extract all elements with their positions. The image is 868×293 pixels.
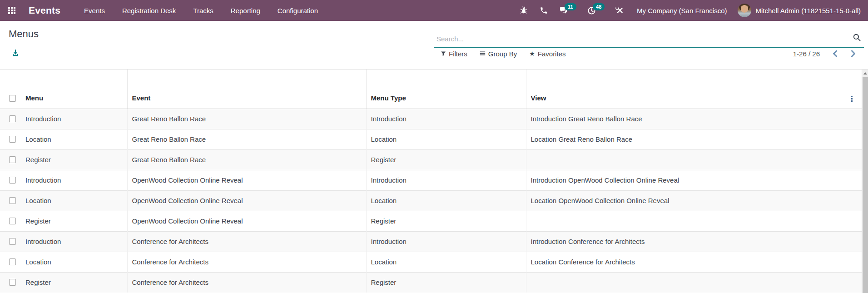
event-cell[interactable]: OpenWood Collection Online Reveal — [127, 170, 366, 190]
menu-type-cell[interactable]: Location — [366, 252, 526, 272]
table-row[interactable]: LocationGreat Reno Ballon RaceLocationLo… — [0, 129, 862, 149]
row-checkbox[interactable] — [9, 279, 16, 286]
search-input[interactable] — [434, 35, 853, 47]
top-navbar: Events EventsRegistration DeskTracksRepo… — [0, 0, 868, 21]
row-end-spacer — [842, 231, 862, 252]
view-cell[interactable]: Introduction Great Reno Ballon Race — [526, 109, 842, 129]
menu-type-cell[interactable]: Introduction — [366, 231, 526, 252]
apps-menu-icon[interactable] — [8, 7, 16, 15]
row-checkbox[interactable] — [9, 136, 16, 143]
scrollbar-thumb[interactable] — [863, 77, 868, 293]
table-row[interactable]: IntroductionConference for ArchitectsInt… — [0, 231, 862, 252]
top-menu-item-registration-desk[interactable]: Registration Desk — [122, 7, 176, 15]
messages-count-badge: 11 — [565, 3, 576, 10]
menu-type-cell[interactable]: Introduction — [366, 109, 526, 129]
activities-count-badge: 48 — [593, 3, 605, 10]
menu-cell[interactable]: Introduction — [21, 170, 127, 190]
messages-icon[interactable]: 11 — [559, 6, 568, 15]
search-icon[interactable] — [853, 33, 864, 47]
column-header-event[interactable]: Event — [127, 70, 366, 109]
row-checkbox[interactable] — [9, 177, 16, 184]
row-checkbox[interactable] — [9, 115, 16, 122]
vertical-scrollbar[interactable] — [862, 70, 868, 293]
menu-cell[interactable]: Register — [21, 272, 127, 293]
group-by-label: Group By — [488, 50, 517, 58]
menu-cell[interactable]: Introduction — [21, 231, 127, 252]
view-cell[interactable] — [526, 149, 842, 170]
pager-next-icon[interactable] — [850, 50, 856, 57]
view-cell[interactable]: Introduction OpenWood Collection Online … — [526, 170, 842, 190]
bug-icon[interactable] — [519, 6, 528, 15]
activities-icon[interactable]: 48 — [587, 6, 596, 15]
menu-type-cell[interactable]: Introduction — [366, 170, 526, 190]
top-menu-item-reporting[interactable]: Reporting — [231, 7, 260, 15]
table-row[interactable]: RegisterConference for ArchitectsRegiste… — [0, 272, 862, 293]
table-row[interactable]: LocationConference for ArchitectsLocatio… — [0, 252, 862, 272]
export-button[interactable] — [11, 49, 20, 59]
top-menu-item-configuration[interactable]: Configuration — [278, 7, 318, 15]
table-row[interactable]: RegisterGreat Reno Ballon RaceRegister — [0, 149, 862, 170]
favorites-star-icon: ★ — [529, 50, 535, 57]
view-cell[interactable]: Location Conference for Architects — [526, 252, 842, 272]
company-switcher[interactable]: My Company (San Francisco) — [637, 7, 727, 15]
filters-button[interactable]: Filters — [441, 50, 467, 58]
user-menu[interactable]: Mitchell Admin (11821551-15-0-all) — [738, 4, 861, 17]
group-by-button[interactable]: Group By — [480, 50, 517, 58]
event-cell[interactable]: OpenWood Collection Online Reveal — [127, 211, 366, 231]
tools-icon[interactable] — [615, 6, 624, 15]
menu-cell[interactable]: Location — [21, 252, 127, 272]
scroll-up-icon[interactable] — [862, 70, 868, 77]
menu-type-cell[interactable]: Location — [366, 190, 526, 211]
view-cell[interactable]: Location Great Reno Ballon Race — [526, 129, 842, 149]
table-row[interactable]: RegisterOpenWood Collection Online Revea… — [0, 211, 862, 231]
row-checkbox[interactable] — [9, 218, 16, 224]
event-cell[interactable]: Conference for Architects — [127, 252, 366, 272]
event-cell[interactable]: Conference for Architects — [127, 272, 366, 293]
pager-range: 1-26 / 26 — [793, 50, 820, 58]
view-cell[interactable]: Introduction Conference for Architects — [526, 231, 842, 252]
column-header-menu-type[interactable]: Menu Type — [366, 70, 526, 109]
pager-previous-icon[interactable] — [832, 50, 838, 57]
menu-type-cell[interactable]: Location — [366, 129, 526, 149]
phone-icon[interactable] — [539, 6, 548, 15]
table-row[interactable]: LocationOpenWood Collection Online Revea… — [0, 190, 862, 211]
search-bar — [434, 27, 864, 48]
row-end-spacer — [842, 129, 862, 149]
column-header-view[interactable]: View — [526, 70, 842, 109]
favorites-button[interactable]: ★ Favorites — [529, 50, 565, 58]
menu-cell[interactable]: Register — [21, 149, 127, 170]
event-cell[interactable]: Great Reno Ballon Race — [127, 129, 366, 149]
select-all-checkbox[interactable] — [9, 95, 16, 102]
menu-type-cell[interactable]: Register — [366, 149, 526, 170]
menu-cell[interactable]: Location — [21, 190, 127, 211]
view-cell[interactable] — [526, 272, 842, 293]
event-cell[interactable]: Great Reno Ballon Race — [127, 149, 366, 170]
event-cell[interactable]: OpenWood Collection Online Reveal — [127, 190, 366, 211]
group-by-icon — [480, 50, 486, 58]
view-cell[interactable] — [526, 211, 842, 231]
event-cell[interactable]: Conference for Architects — [127, 231, 366, 252]
row-checkbox[interactable] — [9, 258, 16, 265]
app-name[interactable]: Events — [29, 5, 60, 16]
row-checkbox[interactable] — [9, 156, 16, 163]
row-end-spacer — [842, 149, 862, 170]
menu-cell[interactable]: Introduction — [21, 109, 127, 129]
menu-type-cell[interactable]: Register — [366, 211, 526, 231]
event-cell[interactable]: Great Reno Ballon Race — [127, 109, 366, 129]
column-header-menu[interactable]: Menu — [21, 70, 127, 109]
optional-columns-icon[interactable] — [848, 96, 855, 102]
row-checkbox[interactable] — [9, 238, 16, 245]
top-menu-item-events[interactable]: Events — [84, 7, 105, 15]
table-row[interactable]: IntroductionOpenWood Collection Online R… — [0, 170, 862, 190]
top-menu-item-tracks[interactable]: Tracks — [193, 7, 213, 15]
menu-cell[interactable]: Location — [21, 129, 127, 149]
menu-cell[interactable]: Register — [21, 211, 127, 231]
menu-type-cell[interactable]: Register — [366, 272, 526, 293]
pager: 1-26 / 26 — [793, 48, 856, 60]
row-checkbox[interactable] — [9, 197, 16, 204]
table-row[interactable]: IntroductionGreat Reno Ballon RaceIntrod… — [0, 109, 862, 129]
view-cell[interactable]: Location OpenWood Collection Online Reve… — [526, 190, 842, 211]
filters-label: Filters — [449, 50, 467, 58]
control-panel: Menus Filters — [0, 21, 868, 69]
user-avatar — [738, 4, 751, 17]
